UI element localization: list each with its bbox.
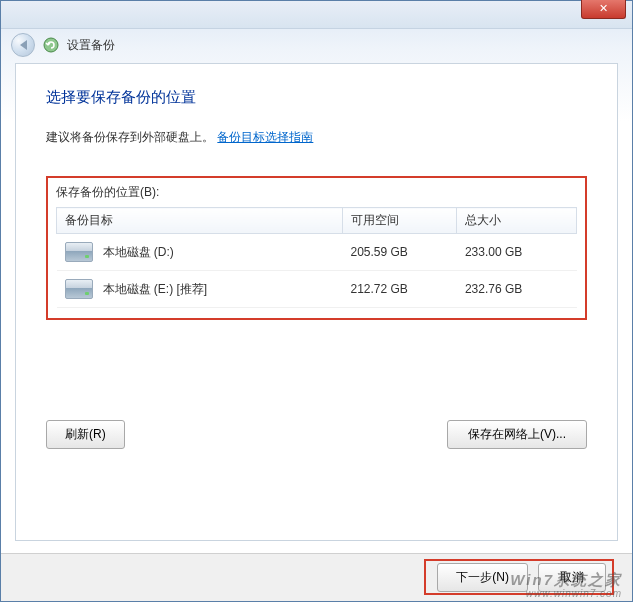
next-button[interactable]: 下一步(N) [437,563,528,592]
drive-list-label: 保存备份的位置(B): [56,184,577,201]
drive-free: 205.59 GB [343,234,457,271]
content-panel: 选择要保存备份的位置 建议将备份保存到外部硬盘上。 备份目标选择指南 保存备份的… [15,63,618,541]
titlebar: ✕ [1,1,632,29]
nav-title: 设置备份 [67,37,115,54]
page-title: 选择要保存备份的位置 [46,88,587,107]
drive-total: 232.76 GB [457,271,577,308]
table-row[interactable]: 本地磁盘 (D:) 205.59 GB 233.00 GB [57,234,577,271]
wizard-footer: 下一步(N) 取消 [1,553,632,601]
svg-point-0 [44,38,58,52]
instruction-label: 建议将备份保存到外部硬盘上。 [46,130,214,144]
col-total[interactable]: 总大小 [457,208,577,234]
close-button[interactable]: ✕ [581,0,626,19]
backup-center-icon [43,37,59,53]
navbar: 设置备份 [1,29,632,61]
col-target[interactable]: 备份目标 [57,208,343,234]
hard-drive-icon [65,279,93,299]
drive-total: 233.00 GB [457,234,577,271]
drive-list-highlight: 保存备份的位置(B): 备份目标 可用空间 总大小 本地磁盘 (D:) [46,176,587,320]
action-row: 刷新(R) 保存在网络上(V)... [46,420,587,449]
drive-name: 本地磁盘 (D:) [103,244,174,261]
cancel-button[interactable]: 取消 [538,563,606,592]
drive-table: 备份目标 可用空间 总大小 本地磁盘 (D:) 205.59 GB [56,207,577,308]
guideline-link[interactable]: 备份目标选择指南 [217,130,313,144]
close-icon: ✕ [599,2,608,14]
refresh-button[interactable]: 刷新(R) [46,420,125,449]
arrow-left-icon [20,40,27,50]
backup-setup-window: ✕ 设置备份 选择要保存备份的位置 建议将备份保存到外部硬盘上。 备份目标选择指… [0,0,633,602]
col-free[interactable]: 可用空间 [343,208,457,234]
drive-free: 212.72 GB [343,271,457,308]
back-button[interactable] [11,33,35,57]
table-header-row: 备份目标 可用空间 总大小 [57,208,577,234]
drive-name: 本地磁盘 (E:) [推荐] [103,281,208,298]
hard-drive-icon [65,242,93,262]
save-network-button[interactable]: 保存在网络上(V)... [447,420,587,449]
table-row[interactable]: 本地磁盘 (E:) [推荐] 212.72 GB 232.76 GB [57,271,577,308]
instruction-text: 建议将备份保存到外部硬盘上。 备份目标选择指南 [46,129,587,146]
